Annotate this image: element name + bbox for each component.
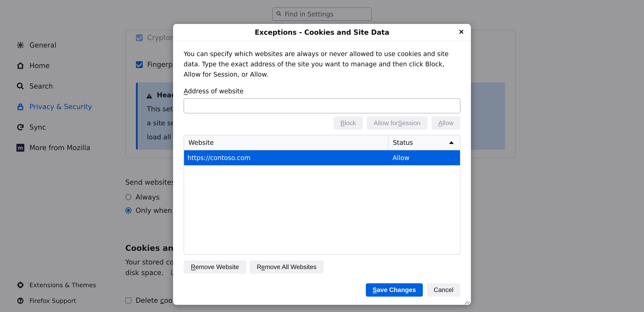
sort-ascending-icon [449,141,454,144]
column-header-status[interactable]: Status [388,135,460,150]
dialog-close-button[interactable] [456,28,466,37]
address-input[interactable] [184,98,460,113]
exceptions-dialog: Exceptions - Cookies and Site Data You c… [173,24,471,305]
cell-website: https://contoso.com [184,154,388,161]
close-icon [458,29,464,36]
modal-overlay: Exceptions - Cookies and Site Data You c… [0,0,644,312]
block-button[interactable]: Block [334,116,363,130]
allow-button[interactable]: Allow [432,116,460,130]
dialog-description: You can specify which websites are alway… [184,49,460,80]
save-changes-button[interactable]: Save Changes [366,283,423,297]
column-header-website[interactable]: Website [184,135,388,150]
address-input-label: Address of website [184,88,460,95]
cancel-button[interactable]: Cancel [427,283,460,297]
dialog-title: Exceptions - Cookies and Site Data [255,28,389,36]
resize-handle[interactable] [464,298,470,304]
remove-all-websites-button[interactable]: Remove All Websites [250,260,324,274]
allow-for-session-button[interactable]: Allow for Session [367,116,428,130]
cell-status: Allow [388,154,460,161]
exceptions-table: Website Status https://contoso.comAllow [184,135,460,255]
table-row[interactable]: https://contoso.comAllow [184,150,460,165]
remove-website-button[interactable]: Remove Website [184,260,246,274]
